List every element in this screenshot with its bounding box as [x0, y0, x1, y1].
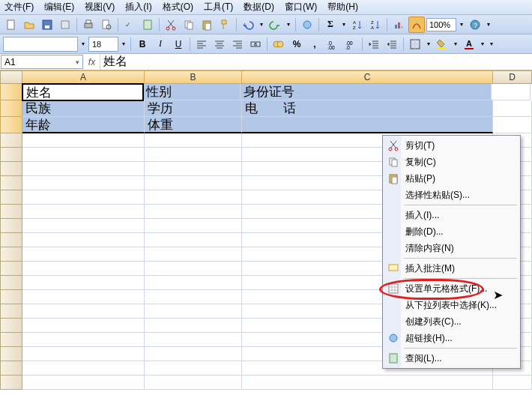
cell[interactable] [145, 347, 242, 361]
name-box-dropdown-icon[interactable]: ▾ [76, 58, 79, 66]
cell-B2[interactable]: 学历 [145, 100, 242, 117]
cell[interactable] [145, 219, 242, 233]
row-header[interactable] [0, 276, 22, 290]
cell-B1[interactable]: 性别 [143, 84, 241, 100]
redo-dropdown[interactable]: ▾ [285, 18, 292, 31]
cell[interactable] [145, 319, 242, 333]
cell[interactable] [145, 276, 242, 290]
menu-window[interactable]: 窗口(W) [285, 1, 317, 13]
cell[interactable] [22, 376, 145, 390]
row-header[interactable] [0, 333, 22, 347]
cell[interactable] [145, 304, 242, 319]
undo-icon[interactable] [240, 16, 256, 33]
cell[interactable] [22, 133, 145, 148]
cell[interactable] [22, 347, 145, 361]
ctx-copy[interactable]: 复制(C) [384, 154, 519, 170]
align-left-icon[interactable] [193, 36, 210, 52]
cell[interactable] [22, 176, 145, 190]
italic-icon[interactable]: I [152, 36, 169, 52]
chart-icon[interactable] [390, 16, 407, 33]
cell[interactable] [145, 233, 242, 247]
cell[interactable] [22, 205, 145, 219]
col-header-B[interactable]: B [145, 70, 242, 84]
row-header-2[interactable] [0, 100, 22, 117]
col-header-A[interactable]: A [22, 70, 145, 84]
row-header[interactable] [0, 319, 22, 333]
cell-D3[interactable] [493, 117, 532, 133]
row-header-1[interactable] [0, 84, 22, 100]
row-header[interactable] [0, 219, 22, 233]
cell[interactable] [22, 148, 145, 162]
menu-view[interactable]: 视图(V) [85, 1, 115, 13]
cell[interactable] [22, 319, 145, 333]
permission-icon[interactable] [57, 16, 73, 33]
currency-icon[interactable] [270, 36, 287, 52]
cell[interactable] [145, 190, 242, 205]
ctx-create-list[interactable]: 创建列表(C)... [384, 313, 519, 330]
ctx-paste-special[interactable]: 选择性粘贴(S)... [384, 187, 519, 203]
new-icon[interactable] [3, 16, 19, 33]
toolbar-options-dropdown[interactable]: ▾ [485, 18, 492, 31]
cell[interactable] [145, 247, 242, 262]
merge-center-icon[interactable]: a [247, 36, 264, 52]
percent-icon[interactable]: % [288, 36, 305, 52]
row-header[interactable] [0, 347, 22, 361]
cell[interactable] [145, 148, 242, 162]
font-size-dropdown[interactable]: ▾ [120, 37, 127, 51]
sort-asc-icon[interactable]: AZ [349, 16, 366, 33]
cell[interactable] [22, 290, 145, 304]
autosum-dropdown[interactable]: ▾ [340, 18, 348, 31]
row-header[interactable] [0, 176, 22, 190]
cell[interactable] [22, 247, 145, 262]
decrease-decimal-icon[interactable]: .00.0 [342, 36, 359, 52]
row-header[interactable] [0, 162, 22, 176]
row-header[interactable] [0, 290, 22, 304]
copy-icon[interactable] [181, 16, 197, 33]
col-header-D[interactable]: D [493, 70, 532, 84]
cell[interactable] [145, 162, 242, 176]
cell[interactable] [145, 290, 242, 304]
row-header[interactable] [0, 233, 22, 247]
redo-icon[interactable] [267, 16, 283, 33]
row-header[interactable] [0, 205, 22, 219]
cell[interactable] [145, 176, 242, 190]
cut-icon[interactable] [163, 16, 179, 33]
font-color-icon[interactable]: A [461, 36, 477, 52]
menu-help[interactable]: 帮助(H) [327, 1, 358, 13]
cell[interactable] [22, 190, 145, 205]
drawing-icon[interactable] [408, 16, 425, 33]
cell[interactable] [22, 304, 145, 319]
fill-color-dropdown[interactable]: ▾ [452, 37, 459, 51]
print-icon[interactable] [80, 16, 97, 33]
cell[interactable] [145, 361, 242, 376]
cell-A3[interactable]: 年龄 [22, 117, 145, 133]
row-header-3[interactable] [0, 117, 22, 133]
align-right-icon[interactable] [229, 36, 246, 52]
ctx-paste[interactable]: 粘贴(P) [384, 170, 519, 187]
name-box[interactable]: A1 ▾ [1, 55, 83, 69]
align-center-icon[interactable] [211, 36, 228, 52]
ctx-cut[interactable]: 剪切(T) [384, 137, 519, 154]
research-icon[interactable] [139, 16, 156, 33]
cell-A1[interactable]: 姓名 [22, 83, 144, 101]
cell[interactable] [22, 233, 145, 247]
increase-indent-icon[interactable] [384, 36, 400, 52]
cell[interactable] [145, 376, 242, 390]
hyperlink-icon[interactable] [299, 16, 315, 33]
menu-tools[interactable]: 工具(T) [204, 1, 233, 13]
sort-desc-icon[interactable]: ZA [367, 16, 384, 33]
open-icon[interactable] [21, 16, 37, 33]
cell-C1[interactable]: 身份证号 [241, 84, 492, 100]
zoom-input[interactable] [426, 18, 456, 31]
cell[interactable] [22, 262, 145, 276]
borders-icon[interactable] [407, 36, 423, 52]
ctx-format-cells[interactable]: 设置单元格格式(F)... [384, 280, 519, 297]
ctx-insert[interactable]: 插入(I)... [384, 207, 519, 223]
paste-icon[interactable] [199, 16, 215, 33]
increase-decimal-icon[interactable]: .0.00 [324, 36, 341, 52]
select-all-corner[interactable] [0, 70, 22, 84]
row-header[interactable] [0, 304, 22, 319]
font-color-dropdown[interactable]: ▾ [479, 37, 486, 51]
zoom-dropdown[interactable]: ▾ [458, 18, 465, 31]
fill-color-icon[interactable] [434, 36, 450, 52]
